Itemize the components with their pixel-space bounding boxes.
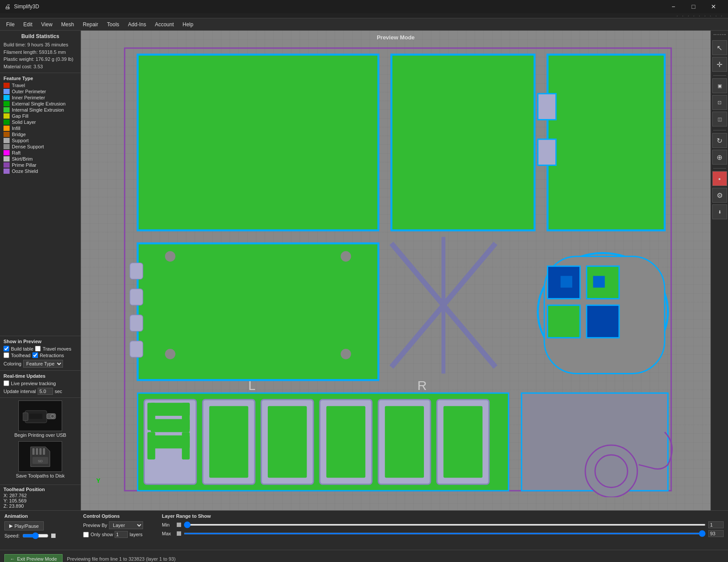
build-statistics-panel: Build Statistics Build time: 9 hours 35 … [0,31,80,73]
speed-row: Speed: [4,532,74,539]
preview-by-row: Preview By Layer Feature Speed [83,521,153,529]
menu-view[interactable]: View [37,20,57,29]
layer-count-input[interactable] [115,531,128,538]
legend-inner-perimeter: Inner Perimeter [4,95,77,100]
menu-help[interactable]: Help [178,20,198,29]
zoom-button[interactable]: ⊕ [712,150,727,165]
min-label: Min [162,522,174,527]
interval-label: Update interval [4,389,36,394]
legend-color-prime-pillar [4,162,10,168]
save-thumbnail[interactable]: SD [18,441,62,472]
toolhead-z: Z: 23.890 [4,503,77,509]
build-table-checkbox[interactable] [4,346,9,351]
toolhead-pos-title: Toolhead Position [4,487,77,492]
live-preview-label: Live preview tracking [11,381,56,386]
menu-edit[interactable]: Edit [19,20,37,29]
max-value-input[interactable] [708,530,724,537]
legend-color-skirt [4,156,10,162]
max-slider[interactable] [184,533,706,534]
legend-color-dense-support [4,144,10,149]
svg-rect-44 [147,403,155,430]
layers-label: layers [130,532,142,537]
preview-by-select[interactable]: Layer Feature Speed [109,521,143,529]
move-tool-button[interactable]: ✛ [712,57,727,72]
min-value-input[interactable] [708,521,724,528]
interval-row: Update interval sec [4,388,77,395]
settings-button[interactable]: ⚙ [712,188,727,203]
cursor-tool-button[interactable]: ↖ [712,40,727,55]
svg-rect-35 [548,305,580,337]
svg-rect-16 [548,55,665,231]
svg-rect-36 [587,305,619,337]
toolhead-y: Y: 105.569 [4,498,77,503]
min-slider[interactable] [184,524,706,526]
save-button-wrap: SD Save Toolpaths to Disk [4,441,77,478]
build-stats-title: Build Statistics [4,33,77,39]
menu-file[interactable]: File [2,20,19,29]
view-front-button[interactable]: ▣ [712,78,727,93]
exit-preview-button[interactable]: ← Exit Preview Mode [4,554,63,562]
legend-outer-perimeter: Outer Perimeter [4,89,77,94]
legend-support: Support [4,138,77,143]
svg-rect-7 [36,448,38,455]
legend-int-single: Internal Single Extrusion [4,107,77,112]
svg-rect-26 [130,315,143,331]
bottom-bar: ← Exit Preview Mode Previewing file from… [0,550,728,562]
svg-point-21 [165,349,175,359]
main-layout: Build Statistics Build time: 9 hours 35 … [0,31,728,562]
play-pause-button[interactable]: ▶ Play/Pause [4,521,44,530]
legend-color-bridge [4,132,10,137]
only-show-label: Only show [91,532,113,537]
animation-title: Animation [4,513,74,519]
show-in-preview-title: Show in Preview [4,339,77,344]
color-button[interactable]: ● [712,171,727,186]
toolhead-row: Toolhead Retractions [4,352,77,358]
legend-label-outer-perimeter: Outer Perimeter [12,89,46,94]
svg-rect-19 [138,243,378,380]
legend-ext-single: External Single Extrusion [4,101,77,106]
menu-repair[interactable]: Repair [78,20,102,29]
view-side-button[interactable]: ◫ [712,112,727,126]
view-top-button[interactable]: ⊡ [712,95,727,110]
speed-slider[interactable] [22,532,49,539]
viewport[interactable]: Preview Mode Y ✕ [81,31,710,510]
close-button[interactable]: ✕ [704,0,724,13]
minimize-button[interactable]: − [663,0,683,13]
svg-rect-14 [141,58,375,227]
svg-rect-24 [130,263,143,279]
retractions-checkbox[interactable] [32,352,38,358]
legend-label-inner-perimeter: Inner Perimeter [12,95,45,100]
legend-label-gap-fill: Gap Fill [12,113,28,119]
travel-moves-checkbox[interactable] [35,346,41,351]
only-show-checkbox[interactable] [83,532,89,537]
legend-label-travel: Travel [12,83,25,88]
legend-label-ext-single: External Single Extrusion [12,101,66,106]
legend-label-ooze-shield: Ooze Shield [12,169,38,174]
interval-input[interactable] [38,388,53,395]
menu-mesh[interactable]: Mesh [57,20,78,29]
live-preview-checkbox[interactable] [4,380,9,386]
bottom-controls: Animation ▶ Play/Pause Speed: Control Op… [0,511,728,550]
legend-travel: Travel [4,83,77,88]
play-icon: ▶ [9,523,13,529]
svg-rect-17 [538,94,556,119]
rotate-left-button[interactable]: ↻ [712,133,727,148]
legend-color-ext-single [4,101,10,106]
travel-moves-label: Travel moves [42,346,71,351]
svg-rect-53 [209,406,248,478]
svg-rect-9 [43,448,45,455]
usb-thumbnail[interactable] [18,400,62,431]
layer-range-title: Layer Range to Show [162,513,724,519]
menu-addins[interactable]: Add-Ins [124,20,150,29]
legend-color-support [4,138,10,143]
coloring-select[interactable]: Feature Type Speed Temperature Fan Speed [23,360,63,368]
toolhead-checkbox[interactable] [4,352,9,358]
menu-tools[interactable]: Tools [103,20,124,29]
save-label: Save Toolpaths to Disk [16,473,65,478]
maximize-button[interactable]: □ [683,0,704,13]
usb-icon [23,404,58,428]
toolbar-separator-2 [713,130,726,130]
bottom-view-button[interactable]: ⬇ [712,204,727,219]
svg-rect-18 [538,139,556,165]
menu-account[interactable]: Account [150,20,178,29]
